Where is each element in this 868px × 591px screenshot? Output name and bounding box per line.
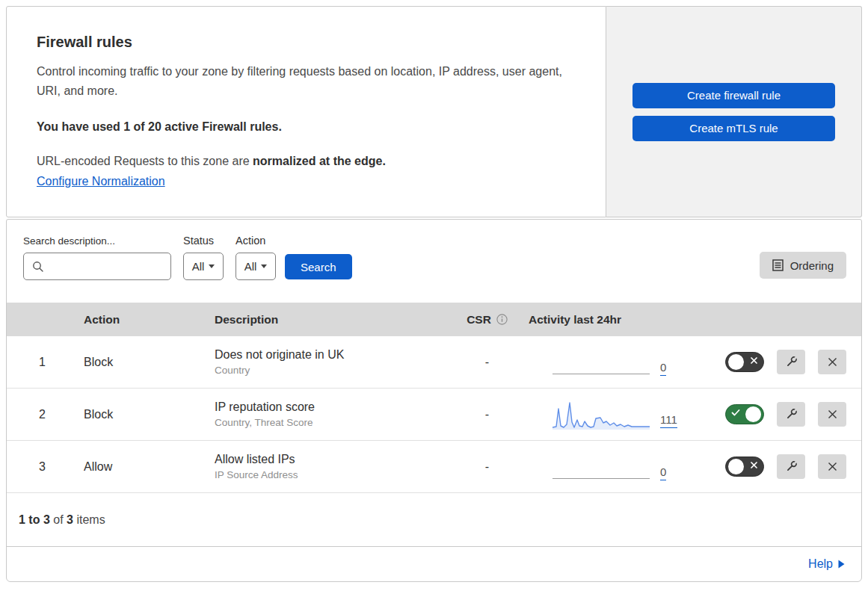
rule-enabled-toggle[interactable] — [725, 352, 764, 372]
help-link[interactable]: Help — [808, 557, 845, 571]
activity-count-link[interactable]: 0 — [660, 361, 666, 376]
search-input[interactable] — [24, 253, 170, 279]
action-select[interactable]: All — [236, 253, 276, 280]
toggle-x-icon — [750, 356, 758, 365]
action-label: Action — [236, 235, 276, 247]
csr-header-label: CSR — [467, 313, 491, 327]
search-box — [23, 253, 171, 280]
rule-controls — [698, 454, 861, 479]
info-icon[interactable] — [496, 314, 508, 325]
pagination-of: of — [53, 513, 63, 527]
rule-enabled-toggle[interactable] — [725, 457, 764, 477]
search-group: Search description... — [23, 235, 171, 280]
rule-description: Does not originate in UK — [215, 348, 452, 362]
rule-activity-cell: 111 — [523, 400, 698, 430]
rule-description-cell: IP reputation score Country, Threat Scor… — [209, 400, 452, 428]
rule-enabled-toggle[interactable] — [725, 404, 764, 424]
create-firewall-rule-button[interactable]: Create firewall rule — [632, 83, 835, 108]
close-icon — [827, 356, 838, 368]
page-title: Firewall rules — [37, 34, 576, 51]
activity-count-link[interactable]: 111 — [660, 413, 677, 428]
rule-description: IP reputation score — [215, 400, 452, 414]
activity-column-header: Activity last 24hr — [523, 313, 698, 327]
rule-csr: - — [452, 460, 523, 474]
rule-description-cell: Allow listed IPs IP Source Address — [209, 453, 452, 480]
rule-csr: - — [452, 408, 523, 421]
csr-column-header: CSR — [452, 313, 523, 327]
toggle-knob — [745, 406, 761, 422]
delete-rule-button[interactable] — [818, 350, 846, 374]
rule-fields: IP Source Address — [215, 469, 452, 480]
chevron-down-icon — [209, 264, 215, 268]
delete-rule-button[interactable] — [818, 402, 846, 427]
rule-controls — [698, 402, 861, 427]
toggle-knob — [728, 459, 744, 474]
action-column-header: Action — [78, 313, 209, 327]
help-label: Help — [808, 557, 833, 571]
pagination-items: items — [76, 513, 105, 527]
header-section: Firewall rules Control incoming traffic … — [6, 6, 862, 217]
toggle-knob — [728, 354, 744, 370]
rule-priority: 3 — [7, 460, 78, 474]
pagination-range: 1 to 3 — [19, 513, 50, 527]
activity-sparkline-empty — [552, 452, 650, 482]
delete-rule-button[interactable] — [818, 454, 846, 479]
activity-count-link[interactable]: 0 — [660, 465, 666, 480]
rule-fields: Country, Threat Score — [215, 417, 452, 428]
create-mtls-rule-button[interactable]: Create mTLS rule — [632, 116, 835, 141]
page-description: Control incoming traffic to your zone by… — [37, 62, 576, 101]
rule-fields: Country — [215, 365, 452, 376]
ordering-button[interactable]: Ordering — [760, 252, 846, 279]
rule-activity-cell: 0 — [523, 347, 698, 377]
activity-sparkline — [552, 400, 650, 430]
status-label: Status — [183, 235, 224, 247]
usage-notice: You have used 1 of 20 active Firewall ru… — [37, 120, 576, 134]
search-label: Search description... — [23, 235, 171, 247]
wrench-icon — [785, 356, 798, 368]
table-row: 3 Allow Allow listed IPs IP Source Addre… — [7, 441, 861, 493]
triangle-right-icon — [838, 560, 845, 569]
configure-normalization-link[interactable]: Configure Normalization — [37, 175, 165, 188]
description-column-header: Description — [209, 313, 452, 327]
activity-sparkline-fill — [552, 403, 650, 430]
search-button[interactable]: Search — [285, 254, 352, 279]
close-icon — [827, 461, 838, 472]
rule-priority: 1 — [7, 356, 78, 369]
edit-rule-button[interactable] — [777, 350, 805, 374]
action-value: All — [244, 260, 257, 273]
pagination-total: 3 — [67, 513, 73, 527]
normalization-bold: normalized at the edge. — [253, 155, 386, 167]
normalization-prefix: URL-encoded Requests to this zone are — [37, 155, 253, 167]
help-row: Help — [7, 547, 861, 581]
edit-rule-button[interactable] — [777, 454, 805, 479]
close-icon — [827, 409, 838, 420]
search-icon — [32, 261, 44, 273]
ordering-list-icon — [772, 259, 784, 271]
rule-activity-cell: 0 — [523, 452, 698, 482]
action-filter-group: Action All — [236, 235, 276, 280]
table-row: 1 Block Does not originate in UK Country… — [7, 336, 861, 389]
status-select[interactable]: All — [183, 253, 224, 280]
wrench-icon — [785, 460, 798, 473]
rule-action: Block — [78, 356, 209, 369]
rule-priority: 2 — [7, 408, 78, 421]
wrench-icon — [785, 408, 798, 421]
rule-description-cell: Does not originate in UK Country — [209, 348, 452, 376]
create-rule-panel: Create firewall rule Create mTLS rule — [606, 6, 862, 217]
rule-controls — [698, 350, 861, 374]
table-header: Action Description CSR Activity last 24h… — [7, 303, 861, 336]
rule-action: Block — [78, 408, 209, 421]
filter-bar: Search description... Status All Action — [7, 220, 861, 303]
intro-card: Firewall rules Control incoming traffic … — [6, 6, 606, 217]
toggle-check-icon — [731, 409, 740, 417]
rule-action: Allow — [78, 460, 209, 474]
rule-csr: - — [452, 356, 523, 369]
normalization-text: URL-encoded Requests to this zone are no… — [37, 155, 576, 168]
ordering-label: Ordering — [790, 259, 834, 272]
edit-rule-button[interactable] — [777, 402, 805, 427]
status-value: All — [192, 260, 205, 273]
firewall-rules-page: Firewall rules Control incoming traffic … — [0, 0, 868, 588]
table-row: 2 Block IP reputation score Country, Thr… — [7, 389, 861, 441]
rule-description: Allow listed IPs — [215, 453, 452, 466]
pagination-summary: 1 to 3 of 3 items — [7, 493, 861, 547]
